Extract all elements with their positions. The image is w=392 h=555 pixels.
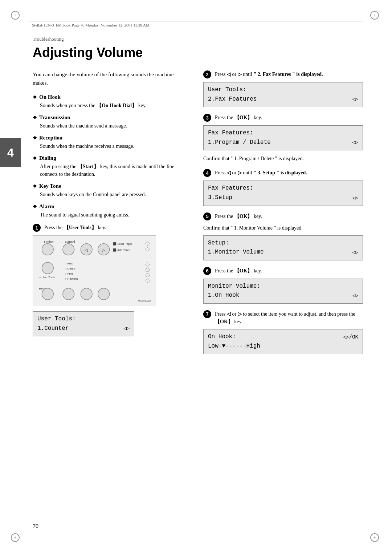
right-column: 2 Press ◁ or ▷ until " 2. Fax Features "… [203,70,363,361]
step-5-confirm: Confirm that " 1. Monitor Volume " is di… [203,224,363,232]
step-3-lcd-row1: Fax Features: [208,129,358,138]
on-hook-heading: ❖ On Hook [33,94,189,100]
file-info: StellaF1EN-3_FM.book Page 70 Monday, Nov… [32,23,150,27]
intro-text: You can change the volume of the followi… [33,70,189,87]
diamond-icon-reception: ❖ [33,135,37,141]
step-3-content: Press the 【OK】 key. [215,114,363,121]
svg-text:⬛ Add Toner: ⬛ Add Toner [113,248,130,252]
step-4-lcd-line2: 3.Setup [208,193,232,203]
step-6-row: 6 Press the 【OK】 key. [203,267,363,275]
alarm-heading: ❖ Alarm [33,203,189,210]
step-2-key-right: ▷ [238,72,242,77]
transmission-body: Sounds when the machine send a message. [40,122,189,130]
section-alarm: ❖ Alarm The sound to signal something go… [33,203,189,219]
step-5-lcd-row2: 1.Monitor Volume ◁▷ [208,248,358,257]
step-7-lcd-row1: On Hook: ◁▷/OK [208,332,358,342]
reception-label: Reception [39,135,62,141]
step-2-key-left: ◁ [227,72,231,77]
svg-point-13 [42,262,53,274]
step-6-lcd-row2: 1.On Hook ◁▷ [208,291,358,300]
step-3-number: 3 [203,114,211,122]
dialing-key: 【Start】 [78,164,99,169]
two-col-layout: You can change the volume of the followi… [33,70,363,361]
step-7-lcd-row2: Low-▼------High [208,342,358,351]
svg-point-25 [63,288,74,300]
step-4-key-left: ◁ [227,170,231,175]
transmission-heading: ❖ Transmission [33,114,189,121]
step-7-content: Press ◁ or ▷ to select the item you want… [215,310,363,325]
dialing-heading: ❖ Dialing [33,155,189,161]
corner-mark-bl [11,533,22,544]
step-4-number: 4 [203,169,211,177]
user-tools-lcd: User Tools: 1.Counter ◁▷ [33,311,134,336]
panel-image-container: Option Cancel ◁ ▷ ⬛ Load Paper [33,235,156,308]
step-7-row: 7 Press ◁ or ▷ to select the item you wa… [203,310,363,325]
dialing-body: After pressing the 【Start】 key, this sou… [40,163,189,178]
diamond-icon-alarm: ❖ [33,204,37,210]
step-6-lcd-line1: Monitor Volume: [208,282,260,291]
key-tone-heading: ❖ Key Tone [33,183,189,189]
section-tab: 4 [0,138,21,167]
step-2-lcd-line2: 2.Fax Features [208,95,257,104]
svg-point-22 [146,279,150,283]
step-2-number: 2 [203,70,211,78]
step-1-block: 1 Press the 【User Tools】 key. Option Can… [33,224,189,336]
diamond-icon-transmission: ❖ [33,115,37,121]
reception-heading: ❖ Reception [33,135,189,141]
alarm-body: The sound to signal something going amis… [40,211,189,219]
lcd-line2-user-tools: 1.Counter [37,324,69,333]
step-5-block: 5 Press the 【OK】 key. Confirm that " 1. … [203,212,363,260]
step-4-lcd-arrow: ◁▷ [352,194,358,202]
step-3-lcd-line1: Fax Features: [208,129,253,138]
step-4-lcd: Fax Features: 3.Setup ◁▷ [203,181,363,206]
step-3-lcd: Fax Features: 1.Program / Delete ◁▷ [203,125,363,150]
key-tone-body: Sounds when keys on the Control panel ar… [40,191,189,198]
transmission-label: Transmission [39,114,70,121]
step-5-lcd-line2: 1.Monitor Volume [208,248,264,257]
step-4-lcd-line1: Fax Features: [208,184,253,193]
step-6-lcd-row1: Monitor Volume: [208,282,358,291]
main-content: Troubleshooting Adjusting Volume You can… [33,36,363,361]
header-bar: StellaF1EN-3_FM.book Page 70 Monday, Nov… [29,21,363,29]
step-6-block: 6 Press the 【OK】 key. Monitor Volume: 1.… [203,267,363,304]
lcd-row-2: 1.Counter ◁▷ [37,324,130,333]
step-2-lcd: User Tools: 2.Fax Features ◁▷ [203,82,363,107]
step-5-content: Press the 【OK】 key. [215,212,363,220]
svg-text:○ Auto: ○ Auto [65,262,73,265]
step-7-block: 7 Press ◁ or ▷ to select the item you wa… [203,310,363,354]
step-6-lcd: Monitor Volume: 1.On Hook ◁▷ [203,279,363,304]
reception-body: Sounds when the machine receives a messa… [40,142,189,150]
svg-text:⬛ Load Paper: ⬛ Load Paper [113,242,132,246]
step-7-key-left: ◁ [227,311,231,317]
key-tone-label: Key Tone [39,183,61,189]
svg-point-20 [146,268,150,272]
svg-point-1 [42,244,53,255]
corner-mark-br [370,533,381,544]
panel-svg: Option Cancel ◁ ▷ ⬛ Load Paper [33,235,156,306]
step-3-key: 【OK】 [234,115,253,120]
section-key-tone: ❖ Key Tone Sounds when keys on the Contr… [33,183,189,198]
svg-text:Option: Option [44,240,53,244]
svg-point-9 [146,242,150,246]
step-4-block: 4 Press ◁ or ▷ until " 3. Setup " is dis… [203,169,363,206]
svg-text:○ Fine: ○ Fine [65,272,73,275]
step-5-row: 5 Press the 【OK】 key. [203,212,363,220]
step-7-lcd-arrow: ◁▷/OK [343,333,358,341]
step-4-target: " 3. Setup " is displayed. [253,170,307,175]
step-4-content: Press ◁ or ▷ until " 3. Setup " is displ… [215,169,363,177]
step-6-key: 【OK】 [234,268,253,274]
svg-point-26 [81,288,92,300]
alarm-label: Alarm [39,203,54,210]
step-6-number: 6 [203,267,211,275]
step-2-target: " 2. Fax Features " is displayed. [253,72,323,77]
step-1-key: 【User Tools】 [64,225,97,230]
svg-point-3 [63,244,74,255]
section-dialing: ❖ Dialing After pressing the 【Start】 key… [33,155,189,178]
step-3-lcd-row2: 1.Program / Delete ◁▷ [208,138,358,147]
left-column: You can change the volume of the followi… [33,70,189,361]
step-5-lcd-row1: Setup: [208,239,358,248]
step-3-block: 3 Press the 【OK】 key. Fax Features: 1.Pr… [203,114,363,162]
step-7-key-ok: 【OK】 [215,319,233,324]
step-7-lcd: On Hook: ◁▷/OK Low-▼------High [203,329,363,354]
svg-point-24 [42,288,53,300]
